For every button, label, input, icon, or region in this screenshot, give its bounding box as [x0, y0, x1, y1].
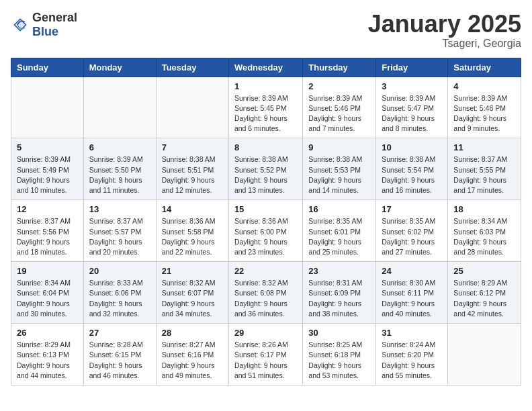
day-number: 21 — [162, 266, 223, 276]
day-info: Sunrise: 8:32 AM Sunset: 6:07 PM Dayligh… — [162, 278, 223, 319]
day-info: Sunrise: 8:24 AM Sunset: 6:20 PM Dayligh… — [382, 340, 442, 381]
calendar-cell: 5Sunrise: 8:39 AM Sunset: 5:49 PM Daylig… — [11, 138, 84, 200]
calendar-cell: 15Sunrise: 8:36 AM Sunset: 6:00 PM Dayli… — [228, 200, 302, 262]
calendar-cell: 2Sunrise: 8:39 AM Sunset: 5:46 PM Daylig… — [303, 77, 376, 138]
calendar-cell: 11Sunrise: 8:37 AM Sunset: 5:55 PM Dayli… — [448, 138, 521, 200]
day-info: Sunrise: 8:38 AM Sunset: 5:52 PM Dayligh… — [234, 154, 297, 195]
calendar-cell: 21Sunrise: 8:32 AM Sunset: 6:07 PM Dayli… — [156, 262, 228, 324]
day-info: Sunrise: 8:34 AM Sunset: 6:04 PM Dayligh… — [17, 278, 78, 319]
weekday-header-sunday: Sunday — [11, 58, 84, 77]
day-info: Sunrise: 8:37 AM Sunset: 5:55 PM Dayligh… — [453, 154, 515, 195]
day-info: Sunrise: 8:38 AM Sunset: 5:53 PM Dayligh… — [308, 154, 370, 195]
calendar-cell: 17Sunrise: 8:35 AM Sunset: 6:02 PM Dayli… — [376, 200, 448, 262]
calendar-cell — [11, 77, 84, 138]
day-number: 10 — [382, 142, 442, 152]
day-number: 31 — [382, 328, 442, 338]
day-number: 14 — [162, 204, 223, 214]
calendar-cell: 8Sunrise: 8:38 AM Sunset: 5:52 PM Daylig… — [228, 138, 302, 200]
day-info: Sunrise: 8:39 AM Sunset: 5:48 PM Dayligh… — [453, 93, 515, 134]
calendar-cell: 29Sunrise: 8:26 AM Sunset: 6:17 PM Dayli… — [228, 324, 302, 385]
day-number: 6 — [89, 142, 150, 152]
weekday-header-wednesday: Wednesday — [228, 58, 302, 77]
calendar-cell: 3Sunrise: 8:39 AM Sunset: 5:47 PM Daylig… — [376, 77, 448, 138]
logo-icon — [11, 15, 30, 34]
day-number: 7 — [162, 142, 223, 152]
week-row-3: 12Sunrise: 8:37 AM Sunset: 5:56 PM Dayli… — [11, 200, 521, 262]
calendar-cell: 16Sunrise: 8:35 AM Sunset: 6:01 PM Dayli… — [303, 200, 376, 262]
day-info: Sunrise: 8:29 AM Sunset: 6:12 PM Dayligh… — [453, 278, 515, 319]
logo: General Blue — [11, 11, 77, 39]
calendar-cell: 28Sunrise: 8:27 AM Sunset: 6:16 PM Dayli… — [156, 324, 228, 385]
week-row-2: 5Sunrise: 8:39 AM Sunset: 5:49 PM Daylig… — [11, 138, 521, 200]
calendar-cell: 23Sunrise: 8:31 AM Sunset: 6:09 PM Dayli… — [303, 262, 376, 324]
day-info: Sunrise: 8:37 AM Sunset: 5:56 PM Dayligh… — [17, 216, 78, 257]
calendar-cell: 26Sunrise: 8:29 AM Sunset: 6:13 PM Dayli… — [11, 324, 84, 385]
day-number: 27 — [89, 328, 150, 338]
weekday-header-thursday: Thursday — [303, 58, 376, 77]
day-number: 13 — [89, 204, 150, 214]
day-number: 4 — [453, 81, 515, 91]
calendar-cell: 10Sunrise: 8:38 AM Sunset: 5:54 PM Dayli… — [376, 138, 448, 200]
day-info: Sunrise: 8:29 AM Sunset: 6:13 PM Dayligh… — [17, 340, 78, 381]
day-number: 3 — [382, 81, 442, 91]
calendar-table: SundayMondayTuesdayWednesdayThursdayFrid… — [11, 58, 521, 385]
day-info: Sunrise: 8:30 AM Sunset: 6:11 PM Dayligh… — [382, 278, 442, 319]
day-info: Sunrise: 8:39 AM Sunset: 5:45 PM Dayligh… — [234, 93, 297, 134]
weekday-header-monday: Monday — [83, 58, 156, 77]
day-info: Sunrise: 8:39 AM Sunset: 5:50 PM Dayligh… — [89, 154, 150, 195]
day-info: Sunrise: 8:38 AM Sunset: 5:51 PM Dayligh… — [162, 154, 223, 195]
day-info: Sunrise: 8:39 AM Sunset: 5:47 PM Dayligh… — [382, 93, 442, 134]
day-info: Sunrise: 8:27 AM Sunset: 6:16 PM Dayligh… — [162, 340, 223, 381]
day-info: Sunrise: 8:31 AM Sunset: 6:09 PM Dayligh… — [308, 278, 370, 319]
day-number: 23 — [308, 266, 370, 276]
day-info: Sunrise: 8:36 AM Sunset: 5:58 PM Dayligh… — [162, 216, 223, 257]
logo-wordmark: General Blue — [32, 11, 77, 39]
calendar-cell: 20Sunrise: 8:33 AM Sunset: 6:06 PM Dayli… — [83, 262, 156, 324]
day-info: Sunrise: 8:36 AM Sunset: 6:00 PM Dayligh… — [234, 216, 297, 257]
day-info: Sunrise: 8:25 AM Sunset: 6:18 PM Dayligh… — [308, 340, 370, 381]
calendar-cell: 24Sunrise: 8:30 AM Sunset: 6:11 PM Dayli… — [376, 262, 448, 324]
day-info: Sunrise: 8:38 AM Sunset: 5:54 PM Dayligh… — [382, 154, 442, 195]
day-number: 24 — [382, 266, 442, 276]
day-info: Sunrise: 8:32 AM Sunset: 6:08 PM Dayligh… — [234, 278, 297, 319]
calendar-cell: 22Sunrise: 8:32 AM Sunset: 6:08 PM Dayli… — [228, 262, 302, 324]
calendar-cell: 27Sunrise: 8:28 AM Sunset: 6:15 PM Dayli… — [83, 324, 156, 385]
week-row-4: 19Sunrise: 8:34 AM Sunset: 6:04 PM Dayli… — [11, 262, 521, 324]
weekday-header-tuesday: Tuesday — [156, 58, 228, 77]
calendar-cell: 12Sunrise: 8:37 AM Sunset: 5:56 PM Dayli… — [11, 200, 84, 262]
day-number: 15 — [234, 204, 297, 214]
calendar-cell: 25Sunrise: 8:29 AM Sunset: 6:12 PM Dayli… — [448, 262, 521, 324]
day-number: 8 — [234, 142, 297, 152]
title-block: January 2025 Tsageri, Georgia — [368, 11, 521, 50]
calendar-cell — [448, 324, 521, 385]
day-number: 2 — [308, 81, 370, 91]
day-number: 12 — [17, 204, 78, 214]
page-header: General Blue January 2025 Tsageri, Georg… — [11, 11, 521, 50]
calendar-location: Tsageri, Georgia — [368, 38, 521, 50]
calendar-cell: 1Sunrise: 8:39 AM Sunset: 5:45 PM Daylig… — [228, 77, 302, 138]
weekday-header-saturday: Saturday — [448, 58, 521, 77]
day-info: Sunrise: 8:26 AM Sunset: 6:17 PM Dayligh… — [234, 340, 297, 381]
calendar-cell: 6Sunrise: 8:39 AM Sunset: 5:50 PM Daylig… — [83, 138, 156, 200]
calendar-title: January 2025 — [368, 11, 521, 38]
day-number: 18 — [453, 204, 515, 214]
day-number: 17 — [382, 204, 442, 214]
day-info: Sunrise: 8:35 AM Sunset: 6:01 PM Dayligh… — [308, 216, 370, 257]
day-info: Sunrise: 8:37 AM Sunset: 5:57 PM Dayligh… — [89, 216, 150, 257]
day-number: 20 — [89, 266, 150, 276]
day-info: Sunrise: 8:33 AM Sunset: 6:06 PM Dayligh… — [89, 278, 150, 319]
logo-blue-text: Blue — [32, 25, 58, 38]
calendar-cell: 13Sunrise: 8:37 AM Sunset: 5:57 PM Dayli… — [83, 200, 156, 262]
calendar-cell — [83, 77, 156, 138]
day-number: 25 — [453, 266, 515, 276]
day-number: 22 — [234, 266, 297, 276]
day-number: 1 — [234, 81, 297, 91]
weekday-header-row: SundayMondayTuesdayWednesdayThursdayFrid… — [11, 58, 521, 77]
logo-general-text: General — [32, 11, 77, 24]
weekday-header-friday: Friday — [376, 58, 448, 77]
day-number: 30 — [308, 328, 370, 338]
day-number: 11 — [453, 142, 515, 152]
calendar-cell — [156, 77, 228, 138]
day-number: 26 — [17, 328, 78, 338]
day-number: 19 — [17, 266, 78, 276]
